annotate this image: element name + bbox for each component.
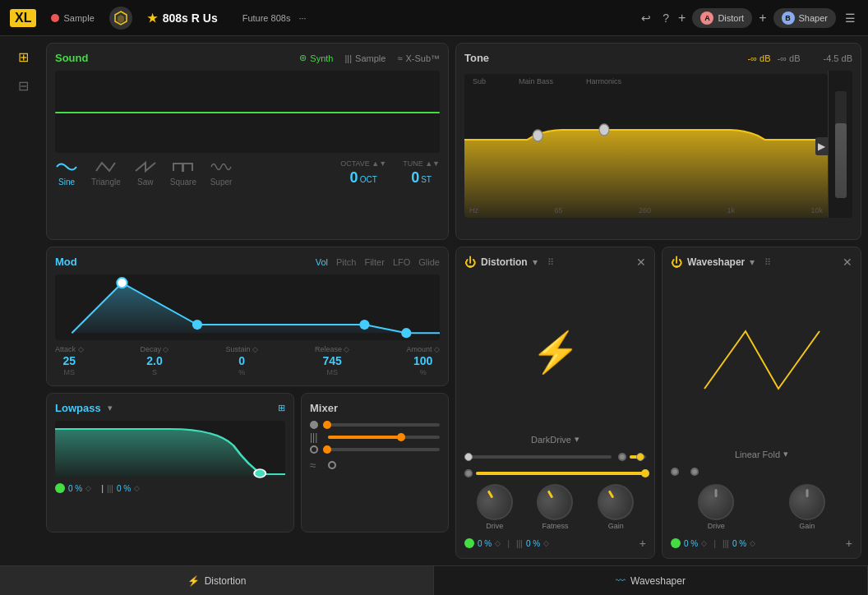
waveform-display <box>55 71 440 153</box>
svg-point-1 <box>192 320 202 330</box>
waveshaper-chevron[interactable]: ▾ <box>750 256 755 268</box>
waveshaper-drag-icon[interactable]: ⠿ <box>764 257 771 268</box>
tune-control[interactable]: Tune ▲▼ 0 ST <box>403 159 440 187</box>
collection-name: Future 808s <box>242 13 291 23</box>
square-label: Square <box>170 178 196 187</box>
ws-bars-icon: ||| <box>723 539 729 548</box>
decay-param[interactable]: Decay ◇ 2.0 S <box>140 345 169 376</box>
mixer-title: Mixer <box>310 402 338 414</box>
tone-eq-wrapper: Sub Main Bass Harmonics <box>464 71 852 218</box>
help-icon[interactable]: ? <box>660 9 672 27</box>
sustain-param[interactable]: Sustain ◇ 0 % <box>225 345 258 376</box>
bottom-tab-distortion[interactable]: ⚡ Distortion <box>0 566 434 595</box>
wave-square[interactable]: Square <box>170 159 196 187</box>
lowpass-footer: 0 % ◇ | ||| 0 % ◇ <box>55 483 285 493</box>
sliders-icon[interactable]: ⊟ <box>18 78 29 94</box>
waveshaper-power-icon[interactable]: ⏻ <box>671 256 682 269</box>
gain-knob[interactable] <box>591 477 640 527</box>
fatness-knob[interactable] <box>530 477 579 527</box>
slot-b-label: Shaper <box>799 13 828 23</box>
sample-icon: ||| <box>345 53 353 63</box>
octave-unit: OCT <box>360 175 377 184</box>
add-slot-b-button[interactable]: + <box>759 11 766 25</box>
waveshaper-preset[interactable]: Linear Fold ▾ <box>671 449 852 459</box>
bottom-tab-waveshaper[interactable]: 〰 Waveshaper <box>434 566 868 595</box>
octave-tune: Octave ▲▼ 0 OCT Tune ▲▼ 0 ST <box>340 159 440 187</box>
distortion-main-slider-2[interactable] <box>630 455 646 459</box>
mod-tab-glide[interactable]: Glide <box>418 257 440 267</box>
tone-panel: Tone -∞ dB -∞ dB -4.5 dB Sub Main Bass H… <box>455 43 861 240</box>
decay-unit: S <box>152 368 157 376</box>
sound-panel: Sound ⊚ Synth ||| Sample ≈ X-Sub™ <box>46 43 449 240</box>
lowpass-power[interactable] <box>55 483 65 493</box>
ws-drive-knob-group: Drive <box>698 484 734 530</box>
wave-triangle[interactable]: Triangle <box>91 159 121 187</box>
sample-label: Sample <box>63 13 94 23</box>
decay-label: Decay ◇ <box>140 345 169 353</box>
ws-gain-knob[interactable] <box>789 484 825 520</box>
attack-label: Attack ◇ <box>55 345 84 353</box>
distortion-footer-power[interactable] <box>464 538 474 548</box>
amount-unit: % <box>420 368 427 376</box>
slot-b-button[interactable]: B Shaper <box>773 8 836 28</box>
sample-button[interactable]: Sample <box>51 13 94 23</box>
ws-add-button[interactable]: + <box>846 537 852 550</box>
grid-icon[interactable]: ⊞ <box>18 49 29 65</box>
record-dot <box>51 14 59 22</box>
tab-sample[interactable]: ||| Sample <box>345 53 386 63</box>
tab-synth[interactable]: ⊚ Synth <box>299 53 333 63</box>
preset-title: ★ 808s R Us <box>147 12 218 25</box>
preset-dots[interactable]: ··· <box>298 13 306 23</box>
menu-icon[interactable]: ☰ <box>843 9 858 27</box>
tune-value: 0 <box>411 169 419 187</box>
drive-knob[interactable] <box>470 477 519 527</box>
dist-slider-track[interactable] <box>476 472 646 475</box>
mixer-slider-1[interactable] <box>323 423 440 427</box>
dist-footer-val2: 0 % <box>526 539 540 548</box>
waveshaper-footer-power[interactable] <box>671 538 681 548</box>
slot-a-button[interactable]: A Distort <box>692 8 752 28</box>
mod-tab-vol[interactable]: Vol <box>316 257 328 267</box>
mod-header: Mod Vol Pitch Filter LFO Glide <box>55 256 440 268</box>
distortion-chevron[interactable]: ▾ <box>533 256 538 268</box>
lowpass-chevron[interactable]: ▾ <box>108 403 113 413</box>
mod-title: Mod <box>55 256 77 268</box>
db-minus-inf2-label: -∞ dB <box>778 53 801 63</box>
distortion-preset[interactable]: DarkDrive ▾ <box>464 434 646 445</box>
dist-add-button[interactable]: + <box>639 537 646 550</box>
distortion-power-icon[interactable]: ⏻ <box>464 256 476 269</box>
ws-drive-label: Drive <box>708 522 725 530</box>
tone-eq-display: Sub Main Bass Harmonics <box>464 74 828 218</box>
wave-saw[interactable]: Saw <box>134 159 157 187</box>
octave-control[interactable]: Octave ▲▼ 0 OCT <box>340 159 386 187</box>
octave-label: Octave ▲▼ <box>340 159 386 168</box>
undo-icon[interactable]: ↩ <box>639 9 653 27</box>
distortion-close-button[interactable]: ✕ <box>636 256 646 269</box>
mod-params: Attack ◇ 25 MS Decay ◇ 2.0 S Sustain ◇ <box>55 345 440 376</box>
amount-param[interactable]: Amount ◇ 100 % <box>406 345 440 376</box>
wave-super[interactable]: Super <box>210 159 233 187</box>
waveshaper-close-button[interactable]: ✕ <box>843 256 852 269</box>
release-param[interactable]: Release ◇ 745 MS <box>315 345 350 376</box>
topbar-right: ↩ ? + A Distort + B Shaper ☰ <box>639 8 858 28</box>
wave-sine[interactable]: Sine <box>55 159 78 187</box>
mixer-wave-icon: ≈ <box>310 459 316 472</box>
svg-point-0 <box>117 278 127 288</box>
mod-tab-lfo[interactable]: LFO <box>393 257 410 267</box>
tab-xsub[interactable]: ≈ X-Sub™ <box>397 53 440 63</box>
attack-param[interactable]: Attack ◇ 25 MS <box>55 345 84 376</box>
mod-tab-pitch[interactable]: Pitch <box>336 257 356 267</box>
distortion-main-slider[interactable] <box>464 455 612 459</box>
ws-drive-knob[interactable] <box>698 484 734 520</box>
distortion-drag-icon[interactable]: ⠿ <box>547 257 554 268</box>
mixer-slider-2[interactable] <box>328 436 440 439</box>
mixer-slider-3[interactable] <box>323 448 440 451</box>
mod-tabs: Vol Pitch Filter LFO Glide <box>316 257 440 267</box>
bottom-bar: ⚡ Distortion 〰 Waveshaper <box>0 565 868 595</box>
tone-expand-button[interactable]: ▶ <box>815 137 828 155</box>
mixer-dot-4 <box>328 461 336 469</box>
lowpass-grid-icon[interactable]: ⊞ <box>278 403 285 413</box>
mod-tab-filter[interactable]: Filter <box>364 257 384 267</box>
app-logo: XL <box>10 9 36 27</box>
add-slot-a-button[interactable]: + <box>678 11 686 25</box>
